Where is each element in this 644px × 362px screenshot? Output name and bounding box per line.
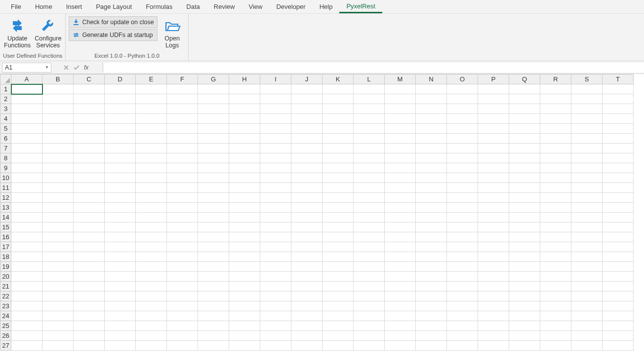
- cell[interactable]: [167, 311, 198, 321]
- cell[interactable]: [260, 272, 291, 282]
- cell[interactable]: [105, 183, 136, 193]
- column-header[interactable]: E: [136, 74, 167, 84]
- cell[interactable]: [603, 144, 634, 153]
- row-header[interactable]: 24: [0, 311, 11, 321]
- cell[interactable]: [603, 173, 634, 183]
- cell[interactable]: [322, 173, 354, 183]
- cell[interactable]: [354, 213, 385, 222]
- cell[interactable]: [416, 331, 447, 341]
- cell[interactable]: [603, 341, 634, 351]
- cell[interactable]: [571, 272, 603, 282]
- cell[interactable]: [105, 173, 136, 183]
- cell[interactable]: [167, 144, 198, 153]
- cell[interactable]: [603, 272, 634, 282]
- column-header[interactable]: R: [540, 74, 571, 84]
- cell[interactable]: [322, 84, 354, 94]
- cell[interactable]: [105, 272, 136, 282]
- cell[interactable]: [603, 153, 634, 163]
- cell[interactable]: [385, 153, 416, 163]
- cancel-formula-icon[interactable]: [63, 65, 69, 71]
- cell[interactable]: [540, 291, 571, 301]
- cell[interactable]: [509, 272, 540, 282]
- column-header[interactable]: T: [603, 74, 634, 84]
- cell[interactable]: [416, 114, 447, 124]
- cell[interactable]: [42, 262, 74, 272]
- cell[interactable]: [198, 262, 229, 272]
- cell[interactable]: [167, 153, 198, 163]
- cell[interactable]: [603, 311, 634, 321]
- cell[interactable]: [540, 232, 571, 242]
- cell[interactable]: [74, 153, 105, 163]
- cell[interactable]: [603, 183, 634, 193]
- cell[interactable]: [167, 213, 198, 222]
- cell[interactable]: [354, 173, 385, 183]
- cell[interactable]: [603, 124, 634, 134]
- cell[interactable]: [416, 213, 447, 222]
- cell[interactable]: [229, 252, 260, 262]
- cell[interactable]: [260, 282, 291, 291]
- cell[interactable]: [105, 262, 136, 272]
- cell[interactable]: [11, 183, 42, 193]
- row-header[interactable]: 4: [0, 114, 11, 124]
- row-header[interactable]: 26: [0, 331, 11, 341]
- cell[interactable]: [478, 213, 509, 222]
- cell[interactable]: [478, 124, 509, 134]
- cell[interactable]: [571, 213, 603, 222]
- column-header[interactable]: S: [571, 74, 603, 84]
- cell[interactable]: [291, 272, 322, 282]
- enter-formula-icon[interactable]: [73, 65, 80, 71]
- cell[interactable]: [509, 114, 540, 124]
- cell[interactable]: [354, 222, 385, 232]
- cell[interactable]: [291, 262, 322, 272]
- cell[interactable]: [416, 163, 447, 173]
- cell[interactable]: [198, 232, 229, 242]
- cell[interactable]: [447, 104, 478, 114]
- cell[interactable]: [509, 341, 540, 351]
- row-header[interactable]: 14: [0, 213, 11, 222]
- row-header[interactable]: 10: [0, 173, 11, 183]
- cell[interactable]: [509, 94, 540, 104]
- cell[interactable]: [540, 193, 571, 203]
- cell[interactable]: [385, 341, 416, 351]
- cell[interactable]: [74, 341, 105, 351]
- cell[interactable]: [540, 252, 571, 262]
- column-header[interactable]: D: [105, 74, 136, 84]
- cell[interactable]: [509, 213, 540, 222]
- row-header[interactable]: 16: [0, 232, 11, 242]
- cell[interactable]: [322, 153, 354, 163]
- cell[interactable]: [198, 203, 229, 213]
- tab-file[interactable]: File: [4, 0, 28, 13]
- cell[interactable]: [416, 144, 447, 153]
- cell[interactable]: [198, 173, 229, 183]
- cell[interactable]: [571, 124, 603, 134]
- cell[interactable]: [385, 84, 416, 94]
- cell[interactable]: [74, 252, 105, 262]
- cell[interactable]: [198, 124, 229, 134]
- cell[interactable]: [11, 291, 42, 301]
- cell[interactable]: [571, 222, 603, 232]
- cell[interactable]: [509, 163, 540, 173]
- cell[interactable]: [540, 272, 571, 282]
- tab-review[interactable]: Review: [207, 0, 242, 13]
- cell[interactable]: [354, 114, 385, 124]
- cell[interactable]: [416, 183, 447, 193]
- cell[interactable]: [478, 134, 509, 144]
- cell[interactable]: [42, 183, 74, 193]
- cell[interactable]: [42, 282, 74, 291]
- cell[interactable]: [571, 114, 603, 124]
- cell[interactable]: [447, 173, 478, 183]
- cell[interactable]: [167, 232, 198, 242]
- cell[interactable]: [540, 94, 571, 104]
- cell[interactable]: [136, 252, 167, 262]
- cell[interactable]: [509, 282, 540, 291]
- cell[interactable]: [447, 222, 478, 232]
- cell[interactable]: [385, 193, 416, 203]
- cell[interactable]: [136, 282, 167, 291]
- cell[interactable]: [322, 104, 354, 114]
- cell[interactable]: [229, 193, 260, 203]
- cell[interactable]: [260, 153, 291, 163]
- cell[interactable]: [167, 252, 198, 262]
- cell[interactable]: [136, 124, 167, 134]
- cell[interactable]: [260, 252, 291, 262]
- cell[interactable]: [571, 262, 603, 272]
